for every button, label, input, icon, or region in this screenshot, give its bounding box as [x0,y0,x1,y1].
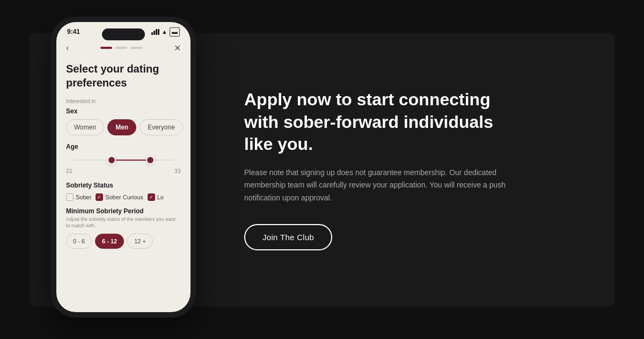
period-toggle-group: 0 - 6 6 - 12 12 + [66,234,181,249]
age-max-label: 33 [174,168,181,174]
bar4 [158,29,159,35]
right-panel: Apply now to start connecting with sober… [212,67,614,272]
main-container: 9:41 ▲ ▬ ‹ [30,33,614,307]
wifi-icon: ▲ [162,28,167,35]
phone-outer: 9:41 ▲ ▬ ‹ [51,17,196,318]
sober-curious-label: Sober Curious [105,194,143,200]
bar2 [153,31,155,35]
min-sobriety-title: Minimum Sobriety Period [66,207,181,215]
back-button[interactable]: ‹ [66,43,69,53]
description: Please note that signing up does not gua… [244,167,523,205]
age-section: Age 21 33 [66,143,181,174]
sex-option-women[interactable]: Women [66,119,104,135]
progress-dot-2 [115,47,127,49]
progress-dot-1 [100,47,112,49]
period-12-plus[interactable]: 12 + [127,234,153,249]
slider-thumb-min[interactable] [107,156,116,164]
sex-toggle-group: Women Men Everyone [66,119,181,135]
age-label: Age [66,143,181,150]
slider-thumb-max[interactable] [146,156,155,164]
phone-content: Select your dating preferences Intereste… [56,57,191,253]
slider-labels: 21 33 [66,168,181,174]
sobriety-status-label: Sobriety Status [66,182,181,189]
status-icons: ▲ ▬ [151,27,180,37]
dynamic-island [102,28,145,40]
lo-checkbox[interactable] [148,193,155,201]
bar1 [151,32,153,35]
headline: Apply now to start connecting with sober… [244,89,513,156]
progress-indicator [100,47,142,49]
sex-option-men[interactable]: Men [107,119,136,135]
sober-curious-checkbox[interactable] [96,193,103,201]
sober-checkbox[interactable] [66,193,74,201]
age-slider[interactable] [66,155,181,165]
signal-bars-icon [151,29,159,35]
phone-screen: 9:41 ▲ ▬ ‹ [56,22,191,312]
lo-label: Lo [157,194,164,200]
min-sobriety-desc: Adjust the sobriety status of the member… [66,216,181,229]
close-button[interactable]: ✕ [174,43,181,53]
bar3 [156,29,157,35]
join-the-club-button[interactable]: Join The Club [244,224,332,250]
interested-in-label: Interested in [66,98,181,104]
battery-icon: ▬ [170,27,180,37]
screen-title: Select your dating preferences [66,62,181,90]
status-time: 9:41 [67,28,80,35]
age-min-label: 21 [66,168,72,174]
nav-bar: ‹ ✕ [56,39,191,57]
sex-option-everyone[interactable]: Everyone [140,119,183,135]
sober-option[interactable]: Sober [66,193,91,201]
phone-mockup: 9:41 ▲ ▬ ‹ [51,17,196,318]
sober-label: Sober [76,194,91,200]
progress-dot-3 [130,47,142,49]
period-0-6[interactable]: 0 - 6 [66,234,92,249]
sobriety-checkbox-group: Sober Sober Curious Lo [66,193,181,201]
period-6-12[interactable]: 6 - 12 [95,234,124,249]
lo-option[interactable]: Lo [148,193,164,201]
sober-curious-option[interactable]: Sober Curious [96,193,143,201]
sex-label: Sex [66,107,181,115]
